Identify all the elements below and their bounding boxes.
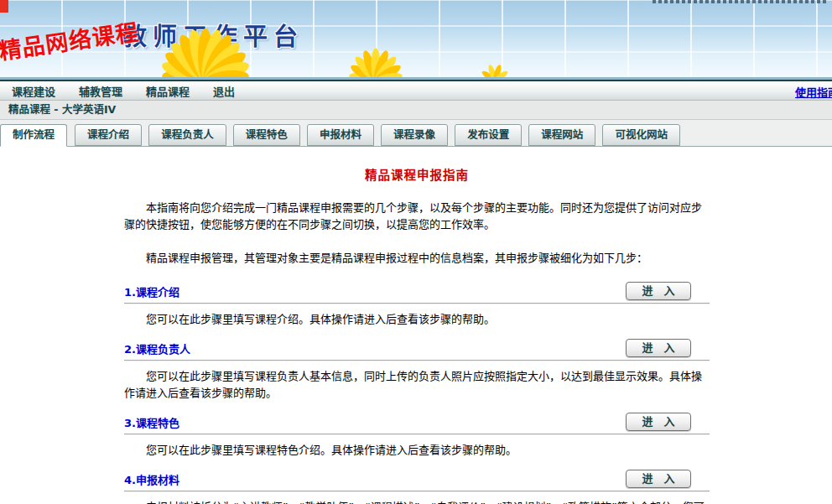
step-title: 4.申报材料 [124, 471, 179, 487]
main-content: 精品课程申报指南 本指南将向您介绍完成一门精品课程申报需要的几个步骤，以及每个步… [0, 165, 832, 504]
sunflower-graphic [99, 29, 552, 79]
step-row-3: 3.课程特色 进 入 您可以在此步骤里填写课程特色介绍。具体操作请进入后查看该步… [124, 412, 710, 459]
tab-publish-settings[interactable]: 发布设置 [455, 124, 522, 146]
step-title: 3.课程特色 [124, 414, 179, 430]
enter-button[interactable]: 进 入 [626, 339, 691, 357]
enter-button[interactable]: 进 入 [626, 470, 691, 488]
step-description: 您可以在此步骤里填写课程负责人基本信息，同时上传的负责人照片应按照指定大小，以达… [124, 368, 710, 402]
tab-course-leader[interactable]: 课程负责人 [148, 124, 226, 146]
tab-bar: 制作流程 课程介绍 课程负责人 课程特色 申报材料 课程录像 发布设置 课程网站… [0, 120, 832, 147]
step-row-1: 1.课程介绍 进 入 您可以在此步骤里填写课程介绍。具体操作请进入后查看该步骤的… [124, 281, 710, 328]
menu-item-exit[interactable]: 退出 [213, 83, 235, 99]
tab-course-features[interactable]: 课程特色 [233, 124, 300, 146]
clipped-top-text [653, 0, 827, 3]
menu-item-quality-course[interactable]: 精品课程 [146, 83, 190, 99]
step-row-2: 2.课程负责人 进 入 您可以在此步骤里填写课程负责人基本信息，同时上传的负责人… [124, 338, 710, 402]
page-title: 精品课程申报指南 [124, 165, 710, 183]
header-banner: 教师工作平台 精品网络课程 [0, 0, 832, 80]
divider [124, 360, 710, 361]
tab-course-video[interactable]: 课程录像 [381, 124, 448, 146]
menu-item-course-construction[interactable]: 课程建设 [12, 83, 55, 99]
usage-guide-link[interactable]: 使用指南 [795, 84, 832, 100]
tab-course-introduction[interactable]: 课程介绍 [75, 124, 142, 146]
menubar: 课程建设 辅教管理 精品课程 退出 使用指南 [0, 80, 832, 101]
step-description: 您可以在此步骤里填写课程特色介绍。具体操作请进入后查看该步骤的帮助。 [124, 442, 710, 459]
step-list: 1.课程介绍 进 入 您可以在此步骤里填写课程介绍。具体操作请进入后查看该步骤的… [124, 281, 710, 504]
tab-application-materials[interactable]: 申报材料 [307, 124, 374, 146]
enter-button[interactable]: 进 入 [626, 413, 691, 431]
step-description: 申报材料被拆分为“主讲教师”、“教学队伍”、“课程描述”、“自我评价”、“建设规… [124, 499, 710, 504]
step-title: 1.课程介绍 [124, 283, 179, 299]
step-description: 您可以在此步骤里填写课程介绍。具体操作请进入后查看该步骤的帮助。 [124, 311, 710, 328]
divider [124, 491, 710, 492]
enter-button[interactable]: 进 入 [626, 282, 691, 300]
tab-visual-website[interactable]: 可视化网站 [602, 124, 680, 146]
corner-red-mark [0, 0, 8, 13]
tab-production-process[interactable]: 制作流程 [0, 124, 67, 147]
step-title: 2.课程负责人 [124, 340, 190, 356]
menu-item-assist-management[interactable]: 辅教管理 [79, 83, 122, 99]
intro-paragraph: 本指南将向您介绍完成一门精品课程申报需要的几个步骤，以及每个步骤的主要功能。同时… [124, 200, 710, 233]
breadcrumb: 精品课程 - 大学英语IV [0, 101, 832, 120]
intro-paragraph: 精品课程申报管理，其管理对象主要是精品课程申报过程中的信息档案，其申报步骤被细化… [124, 250, 710, 267]
divider [124, 434, 710, 435]
step-row-4: 4.申报材料 进 入 申报材料被拆分为“主讲教师”、“教学队伍”、“课程描述”、… [124, 469, 710, 504]
page: 教师工作平台 精品网络课程 [0, 0, 832, 504]
tab-course-website[interactable]: 课程网站 [528, 124, 595, 146]
divider [124, 303, 710, 304]
